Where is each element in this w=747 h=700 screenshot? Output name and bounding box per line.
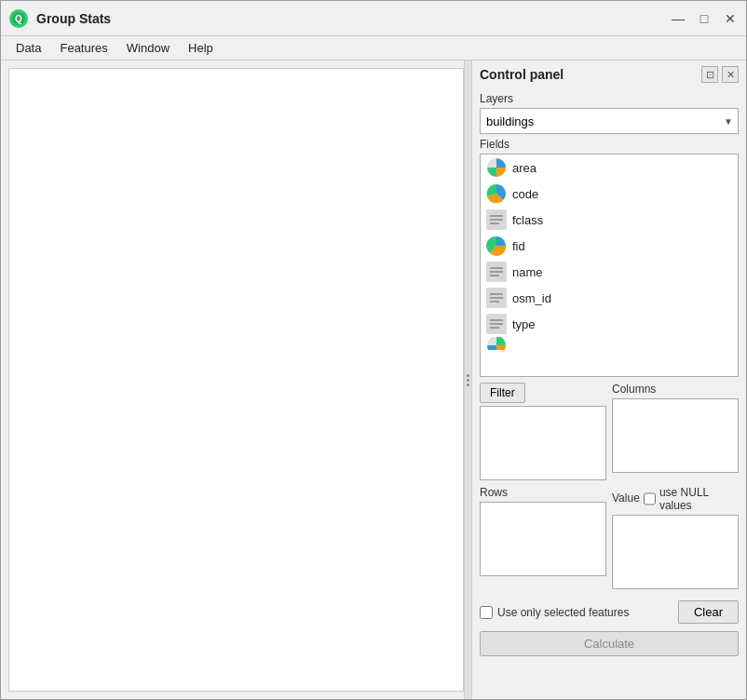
menu-window[interactable]: Window <box>119 38 177 58</box>
rows-value-row: Rows Value use NULL values <box>480 486 739 589</box>
field-item-partial[interactable] <box>481 337 738 350</box>
field-icon-fid <box>486 236 507 256</box>
filter-drop-box[interactable] <box>480 406 606 480</box>
field-icon-partial <box>486 337 507 350</box>
field-label-fclass: fclass <box>512 213 543 227</box>
selected-check-row: Use only selected features <box>480 606 629 619</box>
field-label-fid: fid <box>512 239 525 253</box>
cp-close-button[interactable]: ✕ <box>722 66 739 83</box>
field-item-code[interactable]: code <box>481 181 738 207</box>
field-item-area[interactable]: area <box>481 155 738 181</box>
selected-features-label: Use only selected features <box>497 606 629 619</box>
field-item-name[interactable]: name <box>481 259 738 285</box>
cp-restore-button[interactable]: ⊡ <box>701 66 718 83</box>
selected-features-checkbox[interactable] <box>480 606 493 619</box>
window-controls: — □ ✕ <box>670 10 739 27</box>
field-icon-fclass <box>486 209 507 230</box>
canvas-area <box>8 68 464 692</box>
handle-dot-1 <box>467 374 469 377</box>
maximize-button[interactable]: □ <box>696 10 713 27</box>
filter-section: Filter <box>480 383 606 480</box>
value-section: Value use NULL values <box>612 486 739 589</box>
field-icon-osm-id <box>486 288 507 308</box>
control-panel: Control panel ⊡ ✕ Layers buildings roads… <box>471 61 746 699</box>
main-content: Control panel ⊡ ✕ Layers buildings roads… <box>1 61 746 699</box>
field-icon-code <box>486 183 507 204</box>
use-null-checkbox[interactable] <box>644 492 656 505</box>
columns-section: Columns <box>612 383 739 480</box>
field-item-fid[interactable]: fid <box>481 233 738 259</box>
layers-label: Layers <box>480 92 739 105</box>
cp-title: Control panel <box>480 67 564 82</box>
cp-icons: ⊡ ✕ <box>701 66 739 83</box>
field-icon-area <box>486 157 507 178</box>
panel-handle[interactable] <box>464 61 471 699</box>
columns-label: Columns <box>612 383 739 396</box>
layer-select-wrapper: buildings roads rivers <box>480 108 739 134</box>
main-window: Q Group Stats — □ ✕ Data Features Window… <box>0 0 747 700</box>
field-label-code: code <box>512 187 538 201</box>
cp-header: Control panel ⊡ ✕ <box>480 66 739 83</box>
clear-button[interactable]: Clear <box>678 600 739 624</box>
handle-dot-3 <box>467 384 469 386</box>
field-label-osm-id: osm_id <box>512 291 551 305</box>
field-icon-name <box>486 262 507 282</box>
field-label-type: type <box>512 317 536 331</box>
calculate-button[interactable]: Calculate <box>480 631 739 656</box>
value-header: Value use NULL values <box>612 486 739 512</box>
svg-text:Q: Q <box>15 14 22 24</box>
rows-drop-box[interactable] <box>480 502 606 576</box>
field-item-osm-id[interactable]: osm_id <box>481 285 738 311</box>
value-drop-box[interactable] <box>612 515 739 589</box>
close-button[interactable]: ✕ <box>722 10 739 27</box>
filter-button[interactable]: Filter <box>480 383 525 403</box>
filter-columns-row: Filter Columns <box>480 383 739 480</box>
menu-data[interactable]: Data <box>8 38 48 58</box>
fields-label: Fields <box>480 138 739 151</box>
field-label-area: area <box>512 161 536 175</box>
value-label: Value <box>612 491 640 505</box>
minimize-button[interactable]: — <box>670 10 686 27</box>
bottom-bar: Use only selected features Clear <box>480 597 739 627</box>
rows-label: Rows <box>480 486 606 499</box>
handle-dots <box>467 374 469 386</box>
field-label-name: name <box>512 265 543 279</box>
use-null-label: use NULL values <box>659 486 739 512</box>
fields-list[interactable]: area code <box>480 154 739 377</box>
title-bar: Q Group Stats — □ ✕ <box>1 1 746 36</box>
window-title: Group Stats <box>36 11 111 26</box>
app-icon: Q <box>8 8 29 29</box>
columns-drop-box[interactable] <box>612 398 739 473</box>
menu-features[interactable]: Features <box>52 38 115 58</box>
field-item-fclass[interactable]: fclass <box>481 207 738 233</box>
handle-dot-2 <box>467 379 469 382</box>
rows-section: Rows <box>480 486 606 589</box>
menu-bar: Data Features Window Help <box>1 36 746 61</box>
field-item-type[interactable]: type <box>481 311 738 337</box>
menu-help[interactable]: Help <box>181 38 221 58</box>
layer-select[interactable]: buildings roads rivers <box>480 108 739 134</box>
field-icon-type <box>486 314 507 334</box>
title-bar-left: Q Group Stats <box>8 8 111 29</box>
